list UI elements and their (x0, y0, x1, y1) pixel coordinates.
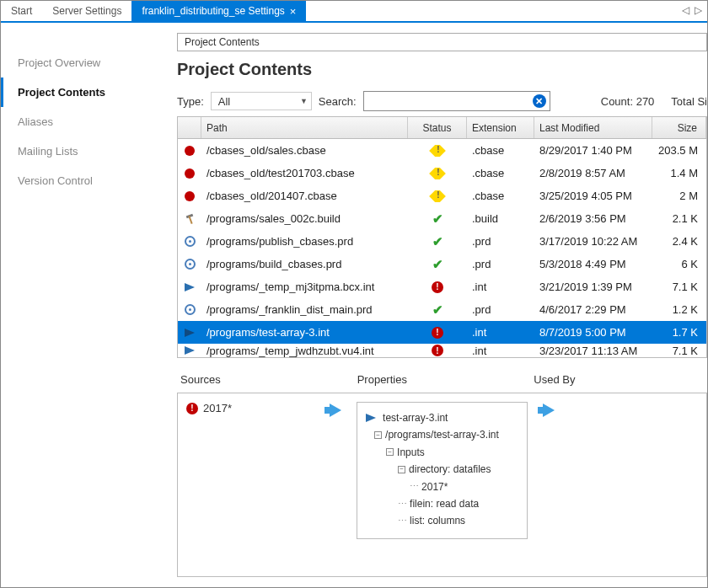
directory-value: 2017* (421, 478, 448, 495)
table-row[interactable]: /programs/test-array-3.int!.int8/7/2019 … (178, 321, 706, 344)
row-status: ! (408, 345, 467, 356)
type-select[interactable]: All ▼ (211, 92, 312, 110)
cbase-icon (185, 146, 195, 156)
row-ext: .int (467, 345, 534, 357)
body: Project Overview Project Contents Aliase… (1, 23, 707, 587)
properties-header: Properties (354, 373, 531, 393)
row-icon-cell (178, 346, 201, 355)
tree-path-row[interactable]: − /programs/test-array-3.int (366, 426, 518, 443)
table-row[interactable]: /programs/_temp_mj3itpma.bcx.int!.int3/2… (178, 275, 706, 298)
sidebar-item-overview[interactable]: Project Overview (1, 48, 165, 78)
row-modified: 3/17/2019 10:22 AM (534, 235, 652, 248)
sidebar-item-label: Project Overview (18, 56, 100, 69)
error-icon: ! (432, 345, 443, 356)
table-row[interactable]: /programs/publish_cbases.prd✔.prd3/17/20… (178, 230, 706, 253)
table-row[interactable]: /cbases_old/201407.cbase.cbase3/25/2019 … (178, 184, 706, 207)
tree-directory-row[interactable]: − directory: datafiles (366, 461, 518, 478)
col-path[interactable]: Path (201, 117, 408, 138)
tab-label: franklin_distributing_se Settings (142, 5, 284, 17)
row-modified: 3/25/2019 4:05 PM (534, 190, 652, 202)
tree-directory-value-row[interactable]: ⋯ 2017* (366, 478, 518, 495)
row-path: /programs/sales_002c.build (201, 212, 408, 225)
table-row[interactable]: /programs/sales_002c.build✔.build2/6/201… (178, 207, 706, 230)
table-row[interactable]: /programs/build_cbases.prd✔.prd5/3/2018 … (178, 253, 706, 275)
filein-label: filein: read data (410, 495, 479, 512)
arrow-to-usedby (536, 393, 561, 576)
error-icon: ! (186, 403, 198, 414)
row-path: /programs/test-array-3.int (201, 326, 408, 339)
tab-start[interactable]: Start (1, 1, 42, 21)
prd-icon (185, 304, 196, 315)
row-path: /cbases_old/201407.cbase (201, 190, 408, 202)
col-status[interactable]: Status (408, 117, 467, 138)
filter-bar: Type: All ▼ Search: ✕ Count: 270 Total S… (177, 91, 707, 111)
sidebar-item-contents[interactable]: Project Contents (1, 78, 165, 107)
inputs-label: Inputs (397, 444, 425, 461)
collapse-icon[interactable]: − (374, 431, 382, 439)
tree-inputs-row[interactable]: − Inputs (366, 444, 518, 461)
search-clear-button[interactable]: ✕ (531, 93, 548, 110)
tab-prev-icon[interactable]: ◁ (682, 4, 689, 16)
detail-panels: ! 2017* test-array-3.int − /progra (177, 393, 707, 577)
int-icon (185, 329, 195, 337)
table-row[interactable]: /cbases_old/test201703.cbase.cbase2/8/20… (178, 162, 706, 184)
tab-nav: ◁ ▷ (682, 4, 702, 16)
sidebar-item-version-control[interactable]: Version Control (1, 166, 165, 195)
row-modified: 4/6/2017 2:29 PM (534, 303, 652, 316)
row-size: 1.4 M (652, 167, 706, 179)
clear-x-icon: ✕ (533, 94, 546, 108)
row-icon-cell (178, 259, 201, 270)
source-item[interactable]: ! 2017* (186, 402, 314, 414)
int-icon (185, 283, 195, 291)
cbase-icon (185, 191, 195, 201)
contents-table: Path Status Extension Last Modified Size… (177, 116, 707, 358)
sidebar-item-label: Mailing Lists (18, 145, 78, 158)
row-path: /programs/_temp_jwdhzubt.vu4.int (201, 345, 408, 357)
directory-label: directory: datafiles (409, 461, 491, 478)
row-status: ✔ (408, 234, 467, 249)
search-input[interactable] (364, 95, 531, 108)
close-icon[interactable]: × (290, 6, 297, 17)
row-size: 1.7 K (652, 326, 706, 339)
tab-bar: Start Server Settings franklin_distribut… (1, 1, 707, 23)
tree-list-row[interactable]: ⋯ list: columns (366, 512, 518, 529)
collapse-icon[interactable]: − (386, 448, 394, 456)
sidebar: Project Overview Project Contents Aliase… (1, 23, 165, 587)
breadcrumb-text: Project Contents (185, 36, 260, 48)
breadcrumb[interactable]: Project Contents (177, 33, 707, 51)
row-ext: .cbase (467, 144, 534, 157)
row-modified: 8/7/2019 5:00 PM (534, 326, 652, 339)
tree-filein-row[interactable]: ⋯ filein: read data (366, 495, 518, 512)
row-path: /cbases_old/test201703.cbase (201, 167, 408, 179)
row-path: /programs/publish_cbases.prd (201, 235, 408, 248)
prd-icon (185, 259, 196, 270)
properties-box: test-array-3.int − /programs/test-array-… (357, 402, 528, 539)
col-extension[interactable]: Extension (467, 117, 534, 138)
cbase-icon (185, 168, 195, 179)
tab-server-settings[interactable]: Server Settings (42, 1, 131, 21)
col-size[interactable]: Size (652, 117, 706, 138)
tab-next-icon[interactable]: ▷ (695, 4, 702, 16)
tab-franklin-settings[interactable]: franklin_distributing_se Settings × (131, 1, 306, 21)
sidebar-item-label: Version Control (18, 174, 93, 187)
row-ext: .prd (467, 235, 534, 248)
col-last-modified[interactable]: Last Modified (534, 117, 652, 138)
row-path: /programs/_temp_mj3itpma.bcx.int (201, 281, 408, 293)
sources-panel: ! 2017* (178, 393, 323, 576)
sidebar-item-aliases[interactable]: Aliases (1, 107, 165, 136)
table-row[interactable]: /programs/_franklin_dist_main.prd✔.prd4/… (178, 298, 706, 321)
table-row[interactable]: /cbases_old/sales.cbase.cbase8/29/2017 1… (178, 139, 706, 162)
row-modified: 5/3/2018 4:49 PM (534, 258, 652, 270)
col-icon[interactable] (178, 117, 201, 138)
prop-path: /programs/test-array-3.int (385, 426, 499, 443)
collapse-icon[interactable]: − (398, 466, 405, 473)
sidebar-item-mailing-lists[interactable]: Mailing Lists (1, 136, 165, 166)
row-status: ✔ (408, 211, 467, 227)
list-label: list: columns (410, 512, 465, 529)
source-item-label: 2017* (203, 402, 232, 414)
ok-icon: ✔ (432, 302, 443, 318)
arrow-right-icon (330, 404, 341, 417)
sidebar-item-label: Project Contents (18, 86, 105, 99)
table-row[interactable]: /programs/_temp_jwdhzubt.vu4.int!.int3/2… (178, 344, 706, 357)
row-icon-cell (178, 213, 201, 225)
